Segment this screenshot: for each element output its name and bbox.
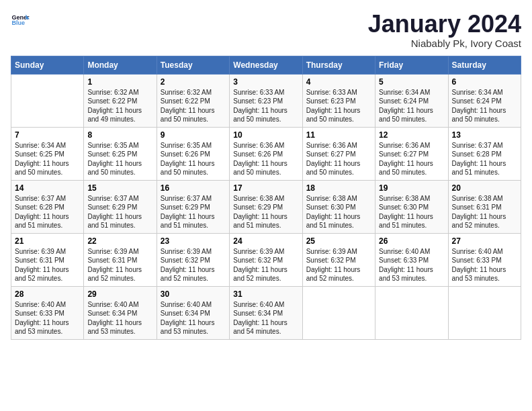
cell-info: Sunrise: 6:38 AMSunset: 6:30 PMDaylight:… [306,194,371,230]
calendar-cell: 18Sunrise: 6:38 AMSunset: 6:30 PMDayligh… [302,180,375,233]
cell-info: Sunrise: 6:40 AMSunset: 6:34 PMDaylight:… [87,300,152,336]
calendar-cell: 16Sunrise: 6:37 AMSunset: 6:29 PMDayligh… [157,180,229,233]
calendar-cell: 19Sunrise: 6:38 AMSunset: 6:30 PMDayligh… [375,180,448,233]
day-number: 6 [452,77,517,87]
calendar-cell: 29Sunrise: 6:40 AMSunset: 6:34 PMDayligh… [84,286,157,339]
calendar-cell: 25Sunrise: 6:39 AMSunset: 6:32 PMDayligh… [302,233,375,286]
day-number: 20 [452,183,517,193]
day-number: 7 [15,130,80,140]
cell-info: Sunrise: 6:34 AMSunset: 6:24 PMDaylight:… [452,88,517,124]
day-number: 25 [306,236,371,246]
calendar-cell: 2Sunrise: 6:32 AMSunset: 6:22 PMDaylight… [157,74,229,127]
cell-info: Sunrise: 6:32 AMSunset: 6:22 PMDaylight:… [87,88,152,124]
cell-info: Sunrise: 6:39 AMSunset: 6:32 PMDaylight:… [306,247,371,283]
cell-info: Sunrise: 6:34 AMSunset: 6:25 PMDaylight:… [15,141,80,177]
calendar-cell: 6Sunrise: 6:34 AMSunset: 6:24 PMDaylight… [448,74,521,127]
calendar-cell [375,286,448,339]
week-row-3: 14Sunrise: 6:37 AMSunset: 6:28 PMDayligh… [11,180,521,233]
day-number: 14 [15,183,80,193]
cell-info: Sunrise: 6:39 AMSunset: 6:32 PMDaylight:… [161,247,226,283]
cell-info: Sunrise: 6:34 AMSunset: 6:24 PMDaylight:… [379,88,444,124]
col-header-tuesday: Tuesday [157,56,229,74]
title-block: January 2024 Niabably Pk, Ivory Coast [368,11,521,49]
calendar-cell: 11Sunrise: 6:36 AMSunset: 6:27 PMDayligh… [302,127,375,180]
day-number: 29 [87,289,152,299]
day-number: 15 [87,183,152,193]
main-title: January 2024 [368,11,521,38]
col-header-thursday: Thursday [302,56,375,74]
calendar-cell: 17Sunrise: 6:38 AMSunset: 6:29 PMDayligh… [230,180,302,233]
calendar-cell: 24Sunrise: 6:39 AMSunset: 6:32 PMDayligh… [230,233,302,286]
col-header-sunday: Sunday [11,56,84,74]
day-number: 27 [452,236,517,246]
svg-text:Blue: Blue [11,19,25,26]
day-number: 13 [452,130,517,140]
day-number: 26 [379,236,444,246]
cell-info: Sunrise: 6:33 AMSunset: 6:23 PMDaylight:… [233,88,298,124]
calendar-cell: 20Sunrise: 6:38 AMSunset: 6:31 PMDayligh… [448,180,521,233]
day-number: 5 [379,77,444,87]
calendar-table: SundayMondayTuesdayWednesdayThursdayFrid… [11,56,521,340]
cell-info: Sunrise: 6:39 AMSunset: 6:31 PMDaylight:… [15,247,80,283]
day-number: 28 [15,289,80,299]
day-number: 31 [233,289,298,299]
cell-info: Sunrise: 6:40 AMSunset: 6:33 PMDaylight:… [15,300,80,336]
day-number: 22 [87,236,152,246]
day-number: 10 [233,130,298,140]
calendar-cell: 23Sunrise: 6:39 AMSunset: 6:32 PMDayligh… [157,233,229,286]
cell-info: Sunrise: 6:37 AMSunset: 6:29 PMDaylight:… [161,194,226,230]
logo-icon: General Blue [11,11,30,30]
calendar-cell: 27Sunrise: 6:40 AMSunset: 6:33 PMDayligh… [448,233,521,286]
cell-info: Sunrise: 6:36 AMSunset: 6:26 PMDaylight:… [233,141,298,177]
calendar-cell: 7Sunrise: 6:34 AMSunset: 6:25 PMDaylight… [11,127,84,180]
day-number: 30 [161,289,226,299]
day-number: 19 [379,183,444,193]
calendar-cell: 5Sunrise: 6:34 AMSunset: 6:24 PMDaylight… [375,74,448,127]
cell-info: Sunrise: 6:38 AMSunset: 6:30 PMDaylight:… [379,194,444,230]
week-row-4: 21Sunrise: 6:39 AMSunset: 6:31 PMDayligh… [11,233,521,286]
cell-info: Sunrise: 6:40 AMSunset: 6:34 PMDaylight:… [233,300,298,336]
cell-info: Sunrise: 6:37 AMSunset: 6:28 PMDaylight:… [15,194,80,230]
cell-info: Sunrise: 6:40 AMSunset: 6:34 PMDaylight:… [161,300,226,336]
day-number: 21 [15,236,80,246]
day-number: 1 [87,77,152,87]
day-number: 9 [161,130,226,140]
day-number: 17 [233,183,298,193]
calendar-cell: 30Sunrise: 6:40 AMSunset: 6:34 PMDayligh… [157,286,229,339]
calendar-cell: 10Sunrise: 6:36 AMSunset: 6:26 PMDayligh… [230,127,302,180]
calendar-cell: 28Sunrise: 6:40 AMSunset: 6:33 PMDayligh… [11,286,84,339]
cell-info: Sunrise: 6:36 AMSunset: 6:27 PMDaylight:… [306,141,371,177]
calendar-cell: 8Sunrise: 6:35 AMSunset: 6:25 PMDaylight… [84,127,157,180]
cell-info: Sunrise: 6:35 AMSunset: 6:26 PMDaylight:… [161,141,226,177]
cell-info: Sunrise: 6:32 AMSunset: 6:22 PMDaylight:… [161,88,226,124]
col-header-saturday: Saturday [448,56,521,74]
calendar-cell: 4Sunrise: 6:33 AMSunset: 6:23 PMDaylight… [302,74,375,127]
calendar-cell: 3Sunrise: 6:33 AMSunset: 6:23 PMDaylight… [230,74,302,127]
calendar-cell: 22Sunrise: 6:39 AMSunset: 6:31 PMDayligh… [84,233,157,286]
calendar-cell: 1Sunrise: 6:32 AMSunset: 6:22 PMDaylight… [84,74,157,127]
calendar-cell: 13Sunrise: 6:37 AMSunset: 6:28 PMDayligh… [448,127,521,180]
day-number: 3 [233,77,298,87]
calendar-cell: 15Sunrise: 6:37 AMSunset: 6:29 PMDayligh… [84,180,157,233]
header: General Blue January 2024 Niabably Pk, I… [11,11,521,49]
cell-info: Sunrise: 6:36 AMSunset: 6:27 PMDaylight:… [379,141,444,177]
calendar-cell: 9Sunrise: 6:35 AMSunset: 6:26 PMDaylight… [157,127,229,180]
cell-info: Sunrise: 6:37 AMSunset: 6:29 PMDaylight:… [87,194,152,230]
page-container: General Blue January 2024 Niabably Pk, I… [0,0,532,347]
calendar-cell: 26Sunrise: 6:40 AMSunset: 6:33 PMDayligh… [375,233,448,286]
calendar-cell: 12Sunrise: 6:36 AMSunset: 6:27 PMDayligh… [375,127,448,180]
calendar-cell [11,74,84,127]
week-row-5: 28Sunrise: 6:40 AMSunset: 6:33 PMDayligh… [11,286,521,339]
subtitle: Niabably Pk, Ivory Coast [368,38,521,49]
day-number: 8 [87,130,152,140]
day-number: 18 [306,183,371,193]
col-header-monday: Monday [84,56,157,74]
day-number: 12 [379,130,444,140]
calendar-cell: 31Sunrise: 6:40 AMSunset: 6:34 PMDayligh… [230,286,302,339]
cell-info: Sunrise: 6:37 AMSunset: 6:28 PMDaylight:… [452,141,517,177]
day-number: 4 [306,77,371,87]
cell-info: Sunrise: 6:35 AMSunset: 6:25 PMDaylight:… [87,141,152,177]
week-row-1: 1Sunrise: 6:32 AMSunset: 6:22 PMDaylight… [11,74,521,127]
cell-info: Sunrise: 6:38 AMSunset: 6:29 PMDaylight:… [233,194,298,230]
cell-info: Sunrise: 6:33 AMSunset: 6:23 PMDaylight:… [306,88,371,124]
